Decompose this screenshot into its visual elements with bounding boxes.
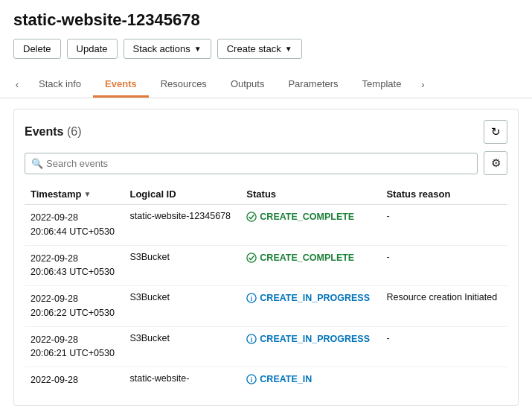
search-icon: 🔍	[31, 158, 43, 169]
cell-status-reason: Resource creation Initiated	[380, 286, 507, 327]
cell-status-reason: -	[380, 326, 507, 367]
col-timestamp: Timestamp ▼	[25, 184, 124, 205]
stack-actions-button[interactable]: Stack actions ▼	[124, 39, 211, 59]
cell-status: iCREATE_IN_PROGRESS	[240, 286, 380, 327]
cell-logical-id: static-website-12345678	[124, 205, 240, 246]
tab-prev-arrow[interactable]: ‹	[7, 71, 27, 98]
cell-logical-id: static-website-	[124, 367, 240, 395]
events-table: Timestamp ▼ Logical ID Status Status rea…	[25, 184, 507, 395]
search-input[interactable]	[25, 153, 478, 174]
table-row: 2022-09-28static-website-iCREATE_IN	[25, 367, 507, 395]
col-status-reason: Status reason	[380, 184, 507, 205]
tab-navigation: ‹ Stack info Events Resources Outputs Pa…	[0, 71, 532, 98]
status-text: CREATE_IN	[260, 373, 312, 387]
svg-text:i: i	[251, 335, 252, 343]
cell-status: CREATE_COMPLETE	[240, 245, 380, 286]
svg-point-0	[247, 212, 256, 221]
toolbar: Delete Update Stack actions ▼ Create sta…	[13, 39, 519, 59]
status-complete-icon	[246, 253, 257, 267]
cell-timestamp: 2022-09-2820:06:43 UTC+0530	[25, 245, 124, 286]
tab-outputs[interactable]: Outputs	[219, 72, 277, 98]
table-row: 2022-09-2820:06:43 UTC+0530S3BucketCREAT…	[25, 245, 507, 286]
cell-status: iCREATE_IN	[240, 367, 380, 395]
search-wrap: 🔍	[25, 153, 478, 174]
svg-text:i: i	[251, 376, 252, 384]
status-inprogress-icon: i	[246, 293, 257, 308]
settings-button[interactable]: ⚙	[484, 151, 507, 175]
events-section-title: Events (6)	[25, 125, 81, 139]
status-complete-icon	[246, 212, 257, 226]
main-content: Events (6) ↻ 🔍 ⚙ Timestamp ▼	[0, 98, 532, 406]
events-card: Events (6) ↻ 🔍 ⚙ Timestamp ▼	[13, 109, 519, 406]
create-stack-button[interactable]: Create stack ▼	[217, 39, 302, 59]
sort-icon: ▼	[83, 190, 91, 198]
update-button[interactable]: Update	[67, 39, 118, 59]
tab-events[interactable]: Events	[93, 72, 149, 98]
cell-status: iCREATE_IN_PROGRESS	[240, 326, 380, 367]
stack-actions-arrow-icon: ▼	[194, 45, 202, 53]
page-header: static-website-12345678 Delete Update St…	[0, 0, 532, 63]
status-text: CREATE_IN_PROGRESS	[260, 333, 370, 346]
cell-status-reason	[380, 367, 507, 395]
tab-parameters[interactable]: Parameters	[276, 72, 350, 98]
page-title: static-website-12345678	[13, 10, 519, 30]
status-text: CREATE_IN_PROGRESS	[260, 292, 370, 305]
status-inprogress-icon: i	[246, 374, 257, 389]
cell-status: CREATE_COMPLETE	[240, 205, 380, 246]
table-row: 2022-09-2820:06:21 UTC+0530S3BucketiCREA…	[25, 326, 507, 367]
cell-timestamp: 2022-09-2820:06:22 UTC+0530	[25, 286, 124, 327]
table-row: 2022-09-2820:06:22 UTC+0530S3BucketiCREA…	[25, 286, 507, 327]
events-header: Events (6) ↻	[25, 120, 507, 144]
table-header-row: Timestamp ▼ Logical ID Status Status rea…	[25, 184, 507, 205]
cell-status-reason: -	[380, 245, 507, 286]
status-text: CREATE_COMPLETE	[260, 211, 354, 224]
status-inprogress-icon: i	[246, 334, 257, 349]
create-stack-arrow-icon: ▼	[285, 45, 292, 53]
cell-logical-id: S3Bucket	[124, 245, 240, 286]
tab-next-arrow[interactable]: ›	[413, 71, 432, 98]
tab-resources[interactable]: Resources	[149, 72, 219, 98]
cell-logical-id: S3Bucket	[124, 286, 240, 327]
cell-timestamp: 2022-09-2820:06:21 UTC+0530	[25, 326, 124, 367]
refresh-button[interactable]: ↻	[484, 120, 507, 144]
status-text: CREATE_COMPLETE	[260, 252, 354, 265]
cell-status-reason: -	[380, 205, 507, 246]
table-row: 2022-09-2820:06:44 UTC+0530static-websit…	[25, 205, 507, 246]
svg-text:i: i	[251, 295, 252, 302]
tab-stack-info[interactable]: Stack info	[27, 72, 93, 98]
delete-button[interactable]: Delete	[13, 39, 61, 59]
col-status: Status	[240, 184, 380, 205]
cell-timestamp: 2022-09-28	[25, 367, 124, 395]
tab-template[interactable]: Template	[350, 72, 414, 98]
search-row: 🔍 ⚙	[25, 151, 507, 175]
cell-timestamp: 2022-09-2820:06:44 UTC+0530	[25, 205, 124, 246]
col-logical-id: Logical ID	[124, 184, 240, 205]
cell-logical-id: S3Bucket	[124, 326, 240, 367]
svg-point-1	[247, 253, 256, 261]
